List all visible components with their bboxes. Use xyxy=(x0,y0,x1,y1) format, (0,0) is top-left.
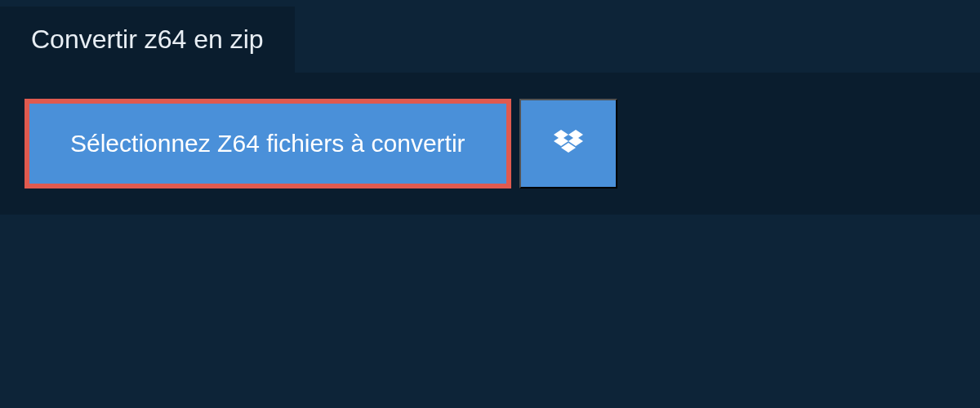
page-tab: Convertir z64 en zip xyxy=(0,7,295,73)
button-row: Sélectionnez Z64 fichiers à convertir xyxy=(24,99,956,188)
select-files-button[interactable]: Sélectionnez Z64 fichiers à convertir xyxy=(24,99,511,188)
dropbox-button[interactable] xyxy=(519,99,617,188)
select-files-label: Sélectionnez Z64 fichiers à convertir xyxy=(70,130,466,157)
page-title: Convertir z64 en zip xyxy=(31,24,264,55)
upload-panel: Sélectionnez Z64 fichiers à convertir xyxy=(0,73,980,215)
dropbox-icon xyxy=(554,130,583,157)
